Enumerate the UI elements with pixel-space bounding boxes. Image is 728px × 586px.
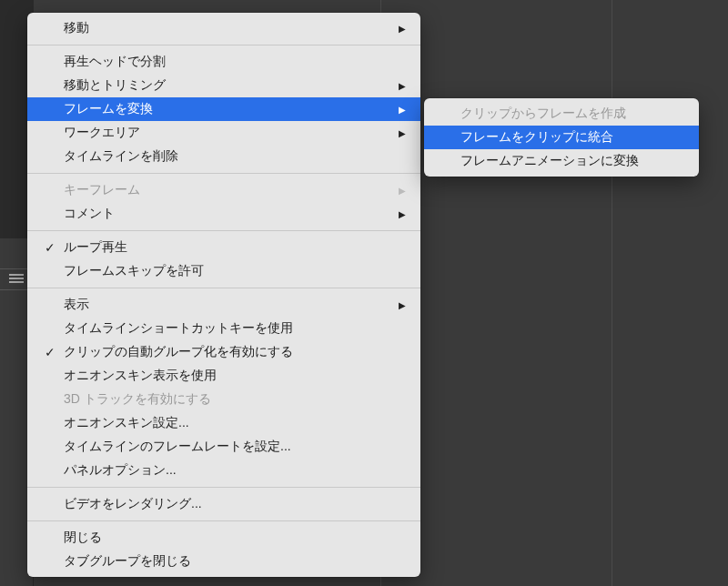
mainMenu-item-17[interactable]: オニオンスキン表示を使用	[27, 364, 420, 388]
mainMenu-item-3[interactable]: 移動とトリミング▶	[27, 74, 420, 97]
menu-item-label: 3D トラックを有効にする	[64, 391, 406, 408]
hamburger-icon	[9, 274, 24, 276]
convert-frames-submenu: クリップからフレームを作成フレームをクリップに統合フレームアニメーションに変換	[424, 98, 699, 177]
mainMenu-item-11[interactable]: ✓ループ再生	[27, 236, 420, 259]
menu-separator	[27, 288, 420, 288]
menu-item-label: フレームを変換	[64, 101, 399, 117]
menu-item-label: パネルオプション...	[64, 462, 406, 479]
chevron-right-icon: ▶	[399, 105, 406, 115]
menu-item-label: タブグループを閉じる	[64, 553, 406, 570]
subMenu-item-1[interactable]: フレームをクリップに統合	[424, 126, 699, 149]
mainMenu-item-9[interactable]: コメント▶	[27, 202, 420, 226]
menu-item-label: タイムラインを削除	[64, 148, 406, 165]
chevron-right-icon: ▶	[399, 128, 406, 138]
menu-separator	[27, 520, 420, 521]
bg-divider-3	[612, 0, 612, 586]
mainMenu-item-8: キーフレーム▶	[27, 178, 420, 202]
mainMenu-item-6[interactable]: タイムラインを削除	[27, 145, 420, 168]
menu-item-label: クリップからフレームを作成	[460, 106, 684, 122]
panel-menu-button[interactable]	[0, 268, 29, 290]
mainMenu-item-0[interactable]: 移動▶	[27, 16, 420, 40]
mainMenu-item-20[interactable]: タイムラインのフレームレートを設定...	[27, 435, 420, 459]
menu-item-label: 移動とトリミング	[64, 77, 399, 94]
chevron-right-icon: ▶	[399, 186, 406, 196]
mainMenu-item-16[interactable]: ✓クリップの自動グループ化を有効にする	[27, 340, 420, 364]
chevron-right-icon: ▶	[399, 209, 406, 219]
menu-item-label: 表示	[64, 297, 399, 313]
menu-separator	[27, 45, 420, 45]
menu-item-label: キーフレーム	[64, 182, 399, 198]
menu-item-label: 再生ヘッドで分割	[64, 54, 406, 70]
mainMenu-item-2[interactable]: 再生ヘッドで分割	[27, 50, 420, 74]
menu-item-label: クリップの自動グループ化を有効にする	[64, 344, 406, 360]
mainMenu-item-4[interactable]: フレームを変換▶	[27, 97, 420, 121]
menu-item-label: フレームアニメーションに変換	[460, 153, 684, 169]
menu-item-label: フレームをクリップに統合	[460, 129, 684, 146]
menu-item-label: 閉じる	[64, 530, 406, 546]
menu-item-label: タイムラインショートカットキーを使用	[64, 320, 406, 337]
mainMenu-item-26[interactable]: タブグループを閉じる	[27, 550, 420, 573]
menu-separator	[27, 173, 420, 174]
menu-item-label: ワークエリア	[64, 125, 399, 141]
mainMenu-item-5[interactable]: ワークエリア▶	[27, 121, 420, 145]
chevron-right-icon: ▶	[399, 81, 406, 91]
check-icon: ✓	[44, 345, 56, 359]
menu-item-label: コメント	[64, 206, 399, 222]
menu-item-label: フレームスキップを許可	[64, 263, 406, 279]
chevron-right-icon: ▶	[399, 24, 406, 34]
menu-separator	[27, 487, 420, 488]
mainMenu-item-15[interactable]: タイムラインショートカットキーを使用	[27, 317, 420, 340]
menu-item-label: ビデオをレンダリング...	[64, 496, 406, 512]
menu-item-label: 移動	[64, 20, 399, 36]
mainMenu-item-12[interactable]: フレームスキップを許可	[27, 259, 420, 283]
mainMenu-item-18: 3D トラックを有効にする	[27, 388, 420, 411]
mainMenu-item-25[interactable]: 閉じる	[27, 526, 420, 550]
check-icon: ✓	[44, 240, 56, 255]
menu-item-label: ループ再生	[64, 239, 406, 256]
subMenu-item-2[interactable]: フレームアニメーションに変換	[424, 149, 699, 173]
menu-separator	[27, 230, 420, 231]
mainMenu-item-14[interactable]: 表示▶	[27, 293, 420, 317]
mainMenu-item-21[interactable]: パネルオプション...	[27, 459, 420, 482]
timeline-context-menu: 移動▶再生ヘッドで分割移動とトリミング▶フレームを変換▶ワークエリア▶タイムライ…	[27, 13, 420, 577]
mainMenu-item-23[interactable]: ビデオをレンダリング...	[27, 492, 420, 516]
menu-item-label: タイムラインのフレームレートを設定...	[64, 439, 406, 455]
menu-item-label: オニオンスキン表示を使用	[64, 368, 406, 384]
mainMenu-item-19[interactable]: オニオンスキン設定...	[27, 411, 420, 435]
subMenu-item-0: クリップからフレームを作成	[424, 102, 699, 126]
chevron-right-icon: ▶	[399, 300, 406, 310]
menu-item-label: オニオンスキン設定...	[64, 415, 406, 431]
